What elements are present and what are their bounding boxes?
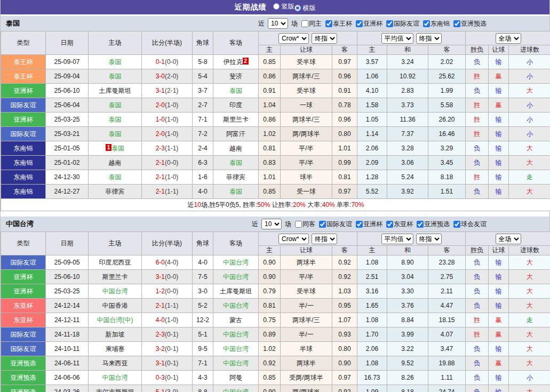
final-odds-select-2[interactable]: 终指: [416, 33, 442, 44]
same-venue-checkbox[interactable]: [301, 20, 308, 27]
home-team-name: 土库曼斯坦: [99, 87, 131, 94]
home-team: 吉尔吉斯斯坦: [89, 385, 142, 392]
away-team-name: 斯里兰卡: [223, 116, 249, 123]
handicap-away-odds: 0.97: [332, 185, 357, 199]
away-team: 阿曼: [213, 371, 259, 385]
match-score: 3-2(0-1): [142, 342, 193, 356]
home-team: 中国台湾: [89, 371, 142, 385]
match-score: 6-0(4-0): [142, 255, 193, 270]
avg-draw-odds: 3.04: [387, 270, 428, 284]
league-filter-checkbox[interactable]: [356, 20, 363, 27]
away-team-name: 阿曼: [229, 374, 242, 381]
match-date: 25-01-05: [46, 141, 89, 156]
average-select[interactable]: 平均值: [381, 234, 413, 244]
league-filter-东亚杯[interactable]: 东亚杯: [384, 220, 413, 229]
same-venue-checkbox-label[interactable]: 同主: [299, 19, 322, 28]
fulltime-score: 6-0: [156, 259, 165, 266]
away-team-name: 伊拉克: [224, 58, 243, 66]
league-filter-checkbox[interactable]: [356, 221, 363, 228]
final-odds-select-2[interactable]: 终指: [416, 234, 442, 244]
avg-home-odds: 4.10: [357, 84, 387, 98]
radio-dot-icon: [296, 6, 299, 10]
section-title: 泰国: [6, 19, 20, 28]
result-goals: 小: [509, 69, 550, 84]
home-team-name: 新加坡: [106, 331, 125, 338]
average-select-group: 平均值 终指: [357, 31, 466, 45]
halftime-score: (2-0): [165, 73, 178, 80]
avg-away-odds: 1.99: [428, 84, 466, 98]
result-handicap: 输: [489, 255, 509, 270]
result-handicap: 输: [489, 371, 509, 385]
handicap-away-odds: 0.92: [332, 255, 357, 270]
scope-select[interactable]: 全场: [496, 33, 521, 44]
league-filter-checkbox[interactable]: [319, 221, 326, 228]
away-team: 中国台湾: [213, 255, 259, 270]
handicap-line: 两球半/三: [281, 69, 332, 84]
handicap-line: 两球半: [281, 356, 332, 371]
page-title: 近期战绩: [235, 3, 267, 12]
radio-vertical-layout[interactable]: 竖版: [273, 2, 294, 11]
avg-draw-odds: 2.83: [387, 84, 428, 98]
recent-count-select[interactable]: 10: [261, 219, 282, 229]
league-badge: 亚洲预选: [1, 385, 46, 392]
fulltime-score: 2-1: [156, 159, 165, 166]
halftime-score: (1-0): [165, 101, 178, 109]
league-filter-checkbox[interactable]: [453, 20, 460, 27]
league-filter-球会友谊[interactable]: 球会友谊: [451, 220, 487, 229]
league-filter-checkbox[interactable]: [423, 20, 430, 27]
summary-stat-label: 让胜率:: [270, 201, 293, 209]
match-date: 25-09-07: [46, 55, 89, 69]
league-filter-checkbox[interactable]: [386, 20, 393, 27]
final-odds-select-1[interactable]: 终指: [312, 234, 337, 244]
radio-horizontal-layout[interactable]: 横版: [294, 4, 316, 13]
table-row: 泰王杯25-09-07泰国0-1(0-0)5-8伊拉克20.85受半球0.973…: [1, 55, 550, 69]
avg-away-odds: 23.28: [428, 255, 466, 270]
recent-count-select[interactable]: 10: [268, 18, 288, 29]
league-filter-checkbox[interactable]: [386, 221, 393, 228]
average-select[interactable]: 平均值: [381, 33, 413, 44]
corner-score: 6-3: [193, 156, 213, 170]
avg-draw-odds: 10.92: [387, 69, 428, 84]
bookmaker-select[interactable]: Crow*: [278, 234, 309, 244]
league-filter-国际友谊[interactable]: 国际友谊: [384, 19, 419, 28]
league-filter-checkbox[interactable]: [417, 221, 424, 228]
halftime-score: (1-0): [165, 173, 178, 181]
section-header-bar: 泰国 近10场同主泰王杯亚洲杯国际友谊东南锦亚洲预选: [1, 16, 549, 31]
league-filter-国际友谊[interactable]: 国际友谊: [316, 220, 352, 229]
handicap-home-odds: 0.92: [259, 356, 281, 371]
avg-away-odds: 18.15: [428, 313, 466, 327]
bookmaker-select-group: Crow* 终指: [259, 232, 357, 246]
fulltime-score: 0-3: [156, 374, 165, 381]
league-filter-checkbox[interactable]: [325, 20, 332, 27]
league-filter-东南锦[interactable]: 东南锦: [420, 19, 450, 28]
home-team: 1泰国: [89, 141, 142, 156]
halftime-score: (1-0): [165, 116, 178, 123]
league-filter-亚洲杯[interactable]: 亚洲杯: [353, 220, 382, 229]
avg-home-odds: 1.70: [357, 327, 387, 342]
league-filter-亚洲杯[interactable]: 亚洲杯: [353, 19, 382, 28]
result-handicap: 输: [489, 385, 509, 392]
halftime-score: (1-0): [165, 130, 178, 138]
avg-home-odds: 3.16: [357, 284, 387, 299]
league-filter-亚洲预选[interactable]: 亚洲预选: [414, 220, 450, 229]
result-goals: 小: [509, 98, 550, 113]
handicap-line: 球半: [281, 170, 332, 185]
final-odds-select-1[interactable]: 终指: [312, 33, 337, 44]
league-filter-亚洲预选[interactable]: 亚洲预选: [451, 19, 487, 28]
avg-draw-odds: 3.73: [387, 98, 428, 113]
handicap-line: 两/两球半: [281, 127, 332, 141]
same-venue-checkbox[interactable]: [295, 221, 302, 228]
handicap-away-odds: 0.78: [332, 98, 357, 113]
league-badge: 泰王杯: [1, 69, 46, 84]
home-team: 新加坡: [89, 327, 142, 342]
recent-prefix-label: 近: [258, 19, 265, 28]
league-filter-checkbox[interactable]: [453, 221, 460, 228]
same-venue-checkbox-label[interactable]: 同客: [292, 220, 315, 229]
scope-select[interactable]: 全场: [496, 234, 521, 244]
table-row: 亚洲杯25-03-25中国台湾1-2(0-0)3-0土库曼斯坦0.79受半球1.…: [1, 284, 550, 299]
bookmaker-select[interactable]: Crow*: [278, 33, 309, 44]
league-filter-泰王杯[interactable]: 泰王杯: [323, 19, 352, 28]
fulltime-score: 5-1: [156, 388, 165, 392]
result-winlose: 负: [466, 270, 489, 284]
table-row: 国际友谊25-03-21泰国2-0(1-0)7-2阿富汗1.02两/两球半0.8…: [1, 127, 550, 141]
